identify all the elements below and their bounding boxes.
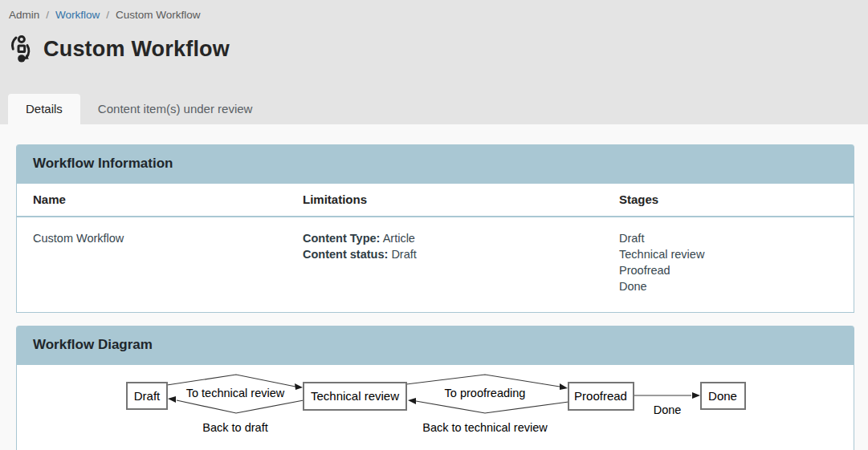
limitation-label: Content Type: <box>303 232 380 245</box>
workflow-information-title: Workflow Information <box>17 144 854 184</box>
limitation-value: Article <box>383 232 415 245</box>
limitation-content-type: Content Type: Article <box>303 230 587 246</box>
column-header-name: Name <box>17 184 287 217</box>
tab-details[interactable]: Details <box>8 94 80 124</box>
edge-back-to-technical-review <box>416 401 568 413</box>
arrowhead <box>560 383 568 390</box>
workflow-information-table: Name Limitations Stages Custom Workflow … <box>17 184 854 312</box>
workflow-information-panel: Workflow Information Name Limitations St… <box>16 144 854 313</box>
limitation-content-status: Content status: Draft <box>303 246 587 262</box>
tab-content-items-under-review[interactable]: Content item(s) under review <box>80 94 271 124</box>
limitation-value: Draft <box>391 248 416 261</box>
stage-item: Proofread <box>619 262 837 278</box>
node-done-label: Done <box>708 389 737 403</box>
breadcrumb-item-admin[interactable]: Admin <box>9 9 39 21</box>
transition-label-back-to-technical-review: Back to technical review <box>422 421 548 434</box>
workflow-diagram-svg: Draft Technical review Proofread Done To… <box>17 365 854 450</box>
arrowhead <box>408 398 416 404</box>
workflow-icon <box>7 34 35 63</box>
edge-to-proofreading <box>406 375 560 387</box>
breadcrumb-separator: / <box>46 9 49 21</box>
tab-content: Workflow Information Name Limitations St… <box>0 124 868 450</box>
transition-label-to-proofreading: To proofreading <box>445 387 526 399</box>
workflow-diagram: Draft Technical review Proofread Done To… <box>17 365 854 450</box>
transition-label-back-to-draft: Back to draft <box>202 421 267 434</box>
workflow-name-cell: Custom Workflow <box>17 217 287 312</box>
stage-item: Done <box>619 278 837 294</box>
stage-item: Draft <box>619 230 837 246</box>
stages-cell: Draft Technical review Proofread Done <box>603 217 854 312</box>
title-row: Custom Workflow <box>0 21 868 63</box>
workflow-diagram-panel: Workflow Diagram Draft Tec <box>16 326 854 450</box>
transition-label-done: Done <box>654 403 682 416</box>
edge-back-to-draft <box>177 400 304 413</box>
page-title: Custom Workflow <box>43 37 230 62</box>
page-header: Admin / Workflow / Custom Workflow Custo… <box>0 0 868 124</box>
breadcrumb-item-workflow[interactable]: Workflow <box>55 9 100 21</box>
edge-to-technical-review <box>167 375 295 387</box>
stage-item: Technical review <box>619 246 837 262</box>
column-header-stages: Stages <box>603 184 854 217</box>
breadcrumb: Admin / Workflow / Custom Workflow <box>0 0 868 21</box>
node-draft-label: Draft <box>134 389 161 403</box>
workflow-diagram-title: Workflow Diagram <box>17 326 854 365</box>
transition-label-to-technical-review: To technical review <box>186 387 285 399</box>
table-row: Custom Workflow Content Type: Article Co… <box>17 217 854 312</box>
node-technical-review-label: Technical review <box>311 389 399 403</box>
breadcrumb-separator: / <box>106 9 109 21</box>
arrowhead <box>692 392 700 399</box>
limitations-cell: Content Type: Article Content status: Dr… <box>287 217 603 312</box>
arrowhead <box>295 383 303 390</box>
limitation-label: Content status: <box>303 248 388 261</box>
breadcrumb-item-current: Custom Workflow <box>116 9 201 21</box>
column-header-limitations: Limitations <box>287 184 603 217</box>
table-header-row: Name Limitations Stages <box>17 184 854 217</box>
node-proofread-label: Proofread <box>574 389 627 403</box>
tab-bar: Details Content item(s) under review <box>8 94 270 124</box>
arrowhead <box>168 396 176 403</box>
